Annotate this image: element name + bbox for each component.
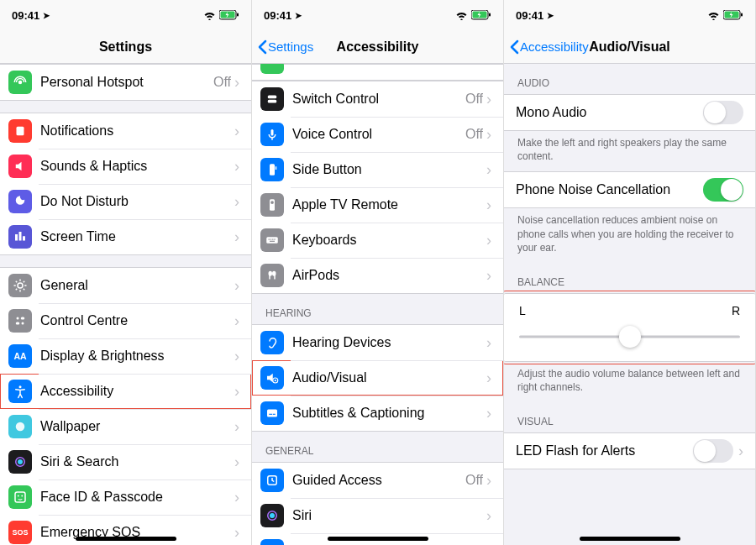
svg-rect-4: [17, 127, 24, 136]
noise-cancellation-toggle[interactable]: [703, 178, 743, 202]
svg-rect-30: [276, 166, 277, 170]
settings-row[interactable]: Accessibility›: [0, 374, 251, 409]
row-label: Personal Hotspot: [40, 75, 213, 90]
visual-section-header: VISUAL: [504, 402, 755, 432]
page-title: Settings: [99, 39, 152, 55]
svg-rect-11: [16, 322, 20, 325]
svg-rect-7: [23, 236, 25, 240]
status-icons: [455, 10, 491, 20]
chevron-right-icon: ›: [234, 348, 239, 365]
settings-row[interactable]: Side Button›: [252, 152, 503, 187]
general-header: GENERAL: [252, 432, 503, 462]
chevron-right-icon: ›: [486, 232, 491, 249]
display-icon: AA: [8, 344, 32, 368]
svg-rect-26: [268, 96, 277, 99]
settings-row[interactable]: Hearing Devices›: [252, 325, 503, 360]
row-label: AirPods: [292, 268, 486, 283]
settings-row[interactable]: Siri›: [252, 498, 503, 533]
audio-visual-screen: 09:41 ➤ Accessibility Audio/Visual AUDIO…: [504, 0, 756, 545]
back-button[interactable]: Settings: [257, 39, 313, 55]
mono-audio-toggle[interactable]: [703, 101, 743, 124]
chevron-right-icon: ›: [486, 197, 491, 214]
svg-rect-6: [19, 232, 22, 241]
settings-row[interactable]: Control Centre›: [0, 303, 251, 338]
svg-rect-41: [269, 275, 270, 279]
settings-row[interactable]: Do Not Disturb›: [0, 184, 251, 219]
row-label: Accessibility: [40, 384, 234, 399]
svg-rect-1: [237, 13, 239, 17]
back-label: Settings: [268, 39, 313, 54]
settings-row[interactable]: Voice ControlOff›: [252, 117, 503, 152]
noise-cancellation-row[interactable]: Phone Noise Cancellation: [504, 172, 755, 207]
status-icons: [203, 10, 239, 20]
back-button[interactable]: Accessibility: [509, 39, 589, 55]
svg-point-17: [18, 459, 23, 464]
home-indicator[interactable]: [76, 537, 176, 541]
row-label: Do Not Disturb: [40, 194, 234, 209]
settings-row[interactable]: Face ID & Passcode›: [0, 479, 251, 515]
settings-row[interactable]: Guided AccessOff›: [252, 463, 503, 498]
svg-rect-29: [270, 164, 275, 176]
row-label: Audio/Visual: [292, 370, 486, 385]
switch-control-icon: [260, 87, 284, 111]
settings-row[interactable]: AirPods›: [252, 258, 503, 293]
balance-slider[interactable]: [519, 328, 740, 346]
settings-row[interactable]: Personal HotspotOff›: [0, 65, 251, 100]
settings-row[interactable]: Sounds & Haptics›: [0, 149, 251, 184]
chevron-right-icon: ›: [486, 267, 491, 285]
svg-point-19: [18, 495, 19, 497]
row-label: Subtitles & Captioning: [292, 406, 486, 421]
chevron-right-icon: ›: [486, 507, 491, 525]
side-button-icon: [260, 158, 284, 181]
row-label: Wallpaper: [40, 419, 234, 434]
led-flash-toggle[interactable]: [693, 439, 733, 463]
svg-rect-27: [268, 100, 277, 103]
balance-footer: Adjust the audio volume balance between …: [504, 362, 755, 402]
settings-row[interactable]: Keyboards›: [252, 223, 503, 258]
chevron-right-icon: ›: [234, 489, 239, 506]
settings-row[interactable]: Siri & Search›: [0, 444, 251, 479]
wifi-icon: [707, 11, 720, 20]
settings-row[interactable]: [252, 65, 503, 80]
slider-thumb[interactable]: [619, 326, 641, 348]
svg-rect-28: [271, 129, 274, 136]
row-label: Screen Time: [40, 229, 234, 244]
row-value: Off: [465, 127, 483, 142]
mono-audio-row[interactable]: Mono Audio: [504, 95, 755, 130]
row-label: Face ID & Passcode: [40, 490, 234, 505]
chevron-right-icon: ›: [738, 443, 743, 460]
settings-row[interactable]: Switch ControlOff›: [252, 81, 503, 117]
settings-row[interactable]: Apple TV Remote›: [252, 187, 503, 223]
settings-row[interactable]: Wallpaper›: [0, 409, 251, 444]
settings-row[interactable]: Subtitles & Captioning›: [252, 396, 503, 431]
row-label: Control Centre: [40, 313, 234, 328]
home-indicator[interactable]: [580, 537, 680, 541]
settings-row[interactable]: AADisplay & Brightness›: [0, 338, 251, 374]
chevron-right-icon: ›: [234, 453, 239, 471]
status-time: 09:41: [264, 9, 291, 22]
settings-row[interactable]: Screen Time›: [0, 219, 251, 254]
settings-row[interactable]: Notifications›: [0, 113, 251, 149]
status-time: 09:41: [12, 9, 39, 22]
home-indicator[interactable]: [328, 537, 428, 541]
accessibility-screen: 09:41 ➤ Settings Accessibility Switch Co…: [252, 0, 504, 545]
svg-rect-5: [15, 234, 18, 241]
settings-row[interactable]: General›: [0, 268, 251, 303]
led-flash-row[interactable]: LED Flash for Alerts ›: [504, 433, 755, 469]
row-value: Off: [465, 92, 483, 107]
chevron-right-icon: ›: [234, 383, 239, 401]
chevron-right-icon: ›: [234, 228, 239, 246]
svg-point-32: [270, 201, 274, 204]
back-label: Accessibility: [520, 39, 589, 54]
touch-icon: [260, 64, 284, 74]
svg-point-14: [19, 385, 22, 388]
settings-row[interactable]: Audio/Visual›: [252, 360, 503, 396]
balance-control[interactable]: L R: [504, 293, 755, 362]
svg-point-20: [21, 495, 23, 497]
sos-icon: SOS: [8, 521, 32, 544]
svg-rect-34: [269, 239, 270, 240]
svg-point-50: [270, 513, 275, 518]
row-value: Off: [213, 75, 231, 90]
general-icon: [8, 274, 32, 297]
chevron-right-icon: ›: [234, 123, 239, 140]
